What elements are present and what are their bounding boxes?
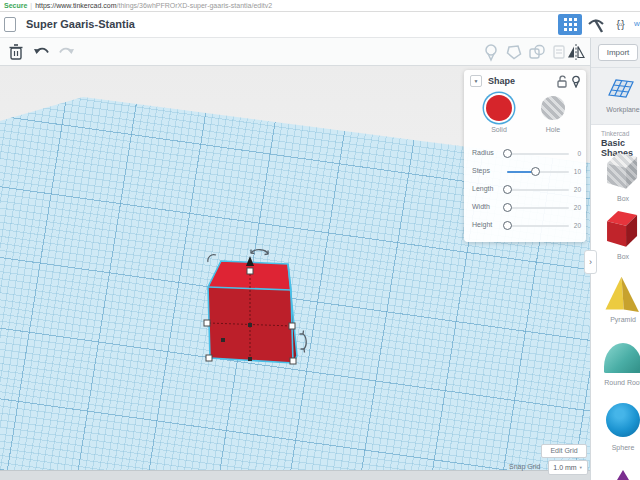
shape-label-box: Box [591,253,640,260]
library-brand-label: Tinkercad [601,130,629,137]
scale-handle-front-left[interactable] [206,355,212,361]
hole-label: Hole [533,126,573,133]
height-slider-handle[interactable] [503,221,512,230]
shape-item-hole-box[interactable] [604,151,640,193]
design-title[interactable]: Super Gaaris-Stantia [26,18,135,30]
length-slider[interactable] [507,189,569,191]
sidebar-collapse-tab[interactable]: › [584,250,597,274]
pin-icon [483,43,499,62]
code-braces-icon: {▫} [616,19,623,30]
app-title-bar: Super Gaaris-Stantia {▫} w [0,12,640,38]
panel-title: Shape [488,76,515,86]
steps-slider-handle[interactable] [531,167,540,176]
shape-item-sphere[interactable] [606,403,640,437]
width-slider-row: Width 20 [464,199,586,217]
grid-icon [564,18,577,31]
editor-3d-view-button[interactable] [558,14,582,35]
shape-item-pyramid[interactable] [604,275,640,317]
width-slider[interactable] [507,207,569,209]
shape-item-next-partial[interactable] [617,470,629,480]
redo-arrow-icon [57,44,75,60]
group-button[interactable] [527,42,547,62]
clipped-edge-text: w [634,19,640,28]
pickaxe-icon [587,16,605,34]
import-section: Import [591,38,640,68]
ungroup-icon [551,43,567,61]
rotate-handle-right[interactable] [300,331,307,353]
undo-button[interactable] [32,42,52,62]
steps-label: Steps [472,167,490,174]
rotate-handle-top[interactable] [251,250,268,255]
panel-collapse-button[interactable]: ▼ [470,75,482,87]
length-value: 20 [574,186,581,193]
workplane-helper-item[interactable] [607,75,635,105]
snap-grid-value: 1.0 mm [553,464,576,471]
box-faces [208,261,297,363]
height-slider[interactable] [507,225,569,227]
width-label: Width [472,203,490,210]
browser-address-bar[interactable]: Secure|https://www.tinkercad.com/things/… [0,0,640,12]
selected-box-shape[interactable] [193,244,323,384]
radius-slider[interactable] [507,153,569,155]
scale-handle-right[interactable] [289,323,295,329]
solid-label: Solid [479,126,519,133]
mirror-flip-icon [566,43,586,61]
length-label: Length [472,185,493,192]
height-value: 20 [574,222,581,229]
steps-value: 10 [574,168,581,175]
shape-item-round-roof[interactable] [604,343,640,373]
snap-grid-dropdown[interactable]: 1.0 mm ▼ [548,460,588,475]
shape-script-button[interactable]: {▫} [609,14,631,35]
editor-toolbar [0,38,640,66]
mirror-button[interactable] [566,42,586,62]
scale-handle-left[interactable] [204,320,210,326]
radius-label: Radius [472,149,494,156]
import-button[interactable]: Import [598,44,638,61]
hole-swatch-button[interactable] [541,96,565,120]
workplane-tool-button[interactable] [481,42,501,62]
url-separator: | [30,2,32,9]
width-slider-handle[interactable] [503,203,512,212]
snap-grid-label: Snap Grid [509,463,541,470]
pin-shape-button[interactable] [571,74,581,92]
workplane-item-label: Workplane [591,106,640,113]
shapes-sidebar: Import Workplane Tinkercad Basic Shapes … [590,38,640,480]
face-center-dot[interactable] [248,323,252,327]
length-slider-row: Length 20 [464,181,586,199]
shape-outline-button[interactable] [504,42,524,62]
viewport-3d[interactable]: ▼ Shape Solid Hole Radius 0 Steps 10 [0,66,590,480]
redo-button[interactable] [56,42,76,62]
shape-label-pyramid: Pyramid [591,316,640,323]
scale-handle-front-right[interactable] [290,358,296,364]
bottom-mid-dot[interactable] [248,357,252,361]
solid-swatch-button[interactable] [486,95,512,121]
trash-icon [8,43,24,61]
edit-grid-button[interactable]: Edit Grid [541,444,587,458]
workplane-helper-section: Workplane [591,68,640,124]
url-domain: https://www.tinkercad.com [35,2,116,9]
unlocked-padlock-icon [556,75,568,88]
radius-slider-handle[interactable] [503,149,512,158]
raise-handle[interactable] [247,268,253,274]
radius-value: 0 [577,150,581,157]
blocks-export-button[interactable] [585,14,607,35]
shape-label-round-roof: Round Roof [591,379,640,386]
steps-slider[interactable] [507,171,569,173]
workplane-edge [0,470,590,480]
height-slider-row: Height 20 [464,217,586,235]
width-value: 20 [574,204,581,211]
shape-inspector-panel: ▼ Shape Solid Hole Radius 0 Steps 10 [464,70,586,242]
pin-icon [571,75,581,88]
raise-handle-cone[interactable] [246,256,254,266]
rotate-handle-left[interactable] [208,255,216,262]
workplane-grid-icon [607,75,635,101]
delete-button[interactable] [6,42,26,62]
undo-arrow-icon [33,44,51,60]
shape-item-box[interactable] [604,209,640,251]
radius-slider-row: Radius 0 [464,145,586,163]
length-slider-handle[interactable] [503,185,512,194]
steps-slider-row: Steps 10 [464,163,586,181]
lock-button[interactable] [556,74,568,92]
tinkercad-editor: { "browser": { "secure_label": "Secure",… [0,0,640,480]
left-mid-dot[interactable] [221,338,225,342]
